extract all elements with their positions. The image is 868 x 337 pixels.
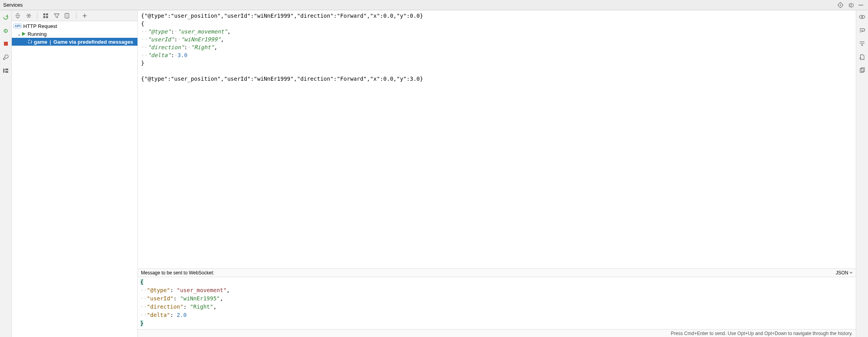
svg-rect-15 [5, 69, 8, 70]
collapse-all-icon[interactable] [25, 12, 32, 19]
api-badge-icon: API [13, 24, 22, 28]
svg-rect-14 [3, 69, 4, 73]
response-log[interactable]: {"@type":"user_position","userId":"wiNnE… [138, 10, 856, 268]
svg-rect-16 [5, 71, 8, 72]
eye-icon[interactable] [858, 13, 866, 21]
rerun-icon[interactable] [2, 13, 10, 21]
play-icon [21, 31, 26, 36]
log-line: {"@type":"user_position","userId":"wiNnE… [141, 13, 423, 19]
svg-rect-22 [46, 16, 48, 18]
chevron-down-icon [849, 271, 853, 274]
log-line: {"@type":"user_position","userId":"wiNnE… [141, 76, 423, 82]
titlebar: Services [0, 0, 868, 10]
message-editor[interactable]: { ··"@type": "user_movement", ··"userId"… [138, 277, 856, 329]
message-header: Message to be sent to WebSocket: JSON [138, 268, 856, 277]
spinner-icon [28, 39, 32, 44]
bug-rerun-icon[interactable] [2, 26, 10, 35]
svg-rect-13 [4, 42, 8, 46]
target-icon[interactable] [836, 1, 844, 9]
svg-point-30 [861, 16, 863, 18]
group-icon[interactable] [64, 12, 71, 19]
svg-point-1 [840, 4, 841, 6]
services-tree[interactable]: API HTTP Request ⌄ Running game | Game v… [12, 21, 137, 337]
message-header-label: Message to be sent to WebSocket: [141, 270, 214, 276]
svg-rect-20 [46, 13, 48, 15]
layout-icon[interactable] [2, 66, 10, 75]
open-file-icon[interactable] [858, 53, 866, 61]
expand-all-icon[interactable] [14, 12, 21, 19]
tree-root-http-request[interactable]: API HTTP Request [12, 22, 137, 30]
soft-wrap-icon[interactable] [858, 26, 866, 35]
scroll-to-end-icon[interactable] [858, 39, 866, 48]
tree-item-sep: | [50, 39, 51, 45]
left-toolbar [12, 10, 137, 21]
svg-rect-21 [43, 16, 45, 18]
stop-icon[interactable] [2, 39, 10, 48]
panel-title: Services [3, 2, 23, 8]
tree-running-label: Running [28, 31, 46, 37]
grid-icon[interactable] [42, 12, 49, 19]
wrench-icon[interactable] [2, 53, 10, 61]
chevron-down-icon: ⌄ [17, 31, 21, 37]
minimize-icon[interactable] [857, 1, 865, 9]
tree-item-game[interactable]: game | Game via predefinded messages [12, 38, 137, 46]
svg-rect-19 [43, 13, 45, 15]
svg-rect-23 [65, 13, 69, 18]
tree-item-name: game [34, 39, 47, 45]
log-line: { [141, 20, 144, 27]
svg-point-28 [28, 40, 32, 44]
right-icon-rail [856, 10, 868, 337]
tree-item-desc: Game via predefinded messages [54, 39, 133, 45]
filter-icon[interactable] [53, 12, 60, 19]
hint-text: Press Cmd+Enter to send. Use Opt+Up and … [671, 331, 853, 336]
format-selector[interactable]: JSON [836, 270, 853, 276]
right-content: {"@type":"user_position","userId":"wiNnE… [138, 10, 868, 337]
gear-icon[interactable] [847, 1, 855, 9]
log-line: } [141, 60, 144, 66]
tree-root-label: HTTP Request [23, 23, 57, 29]
editor-hint: Press Cmd+Enter to send. Use Opt+Up and … [138, 329, 856, 337]
left-icon-rail [0, 10, 12, 337]
format-label: JSON [836, 270, 848, 276]
left-panel: API HTTP Request ⌄ Running game | Game v… [12, 10, 138, 337]
tree-running-node[interactable]: ⌄ Running [12, 30, 137, 38]
copy-icon[interactable] [858, 66, 866, 75]
add-icon[interactable] [81, 12, 88, 19]
